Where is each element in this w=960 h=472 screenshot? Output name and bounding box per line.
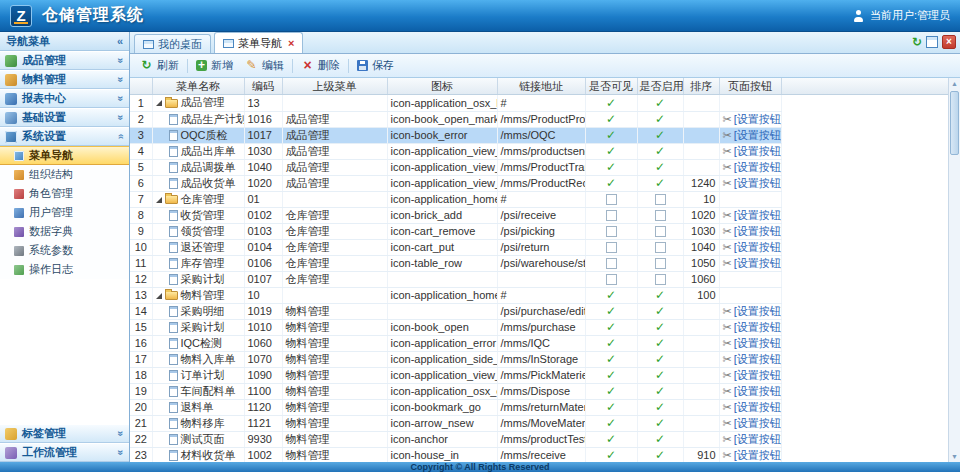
- visible-checked-icon[interactable]: [606, 288, 616, 302]
- table-row[interactable]: 18订单计划1090物料管理icon-application_view_deta…: [130, 367, 781, 383]
- enabled-checkbox[interactable]: [655, 242, 666, 253]
- enabled-checkbox[interactable]: [655, 210, 666, 221]
- set-buttons-link[interactable]: [设置按钮]: [734, 241, 781, 253]
- visible-checked-icon[interactable]: [606, 448, 616, 462]
- sidebar-section[interactable]: 成品管理: [0, 51, 129, 70]
- set-buttons-link[interactable]: [设置按钮]: [734, 161, 781, 173]
- set-buttons-link[interactable]: [设置按钮]: [734, 385, 781, 397]
- set-buttons-link[interactable]: [设置按钮]: [734, 209, 781, 221]
- table-row[interactable]: 22测试页面9930物料管理icon-anchor/mms/productTes…: [130, 431, 781, 447]
- set-buttons-link[interactable]: [设置按钮]: [734, 449, 781, 461]
- enabled-checked-icon[interactable]: [655, 96, 665, 110]
- refresh-icon[interactable]: [912, 36, 922, 49]
- set-buttons-link[interactable]: [设置按钮]: [734, 433, 781, 445]
- visible-checked-icon[interactable]: [606, 112, 616, 126]
- sidebar-section[interactable]: 基础设置: [0, 108, 129, 127]
- set-buttons-link[interactable]: [设置按钮]: [734, 305, 781, 317]
- visible-checkbox[interactable]: [606, 242, 617, 253]
- enabled-checkbox[interactable]: [655, 258, 666, 269]
- enabled-checked-icon[interactable]: [655, 448, 665, 462]
- enabled-checkbox[interactable]: [655, 226, 666, 237]
- column-header[interactable]: 上级菜单: [282, 78, 387, 94]
- visible-checked-icon[interactable]: [606, 336, 616, 350]
- sidebar-item[interactable]: 系统参数: [0, 241, 129, 260]
- sidebar-item[interactable]: 组织结构: [0, 165, 129, 184]
- table-row[interactable]: 13物料管理10icon-application_home#100: [130, 287, 781, 303]
- table-row[interactable]: 14采购明细1019物料管理/psi/purchase/edit[设置按钮]: [130, 303, 781, 319]
- enabled-checked-icon[interactable]: [655, 320, 665, 334]
- table-row[interactable]: 20退料单1120物料管理icon-bookmark_go/mms/return…: [130, 399, 781, 415]
- sidebar-item[interactable]: 数据字典: [0, 222, 129, 241]
- visible-checked-icon[interactable]: [606, 304, 616, 318]
- set-buttons-link[interactable]: [设置按钮]: [734, 129, 781, 141]
- column-header[interactable]: 是否可见: [585, 78, 637, 94]
- table-row[interactable]: 16IQC检测1060物料管理icon-application_error/mm…: [130, 335, 781, 351]
- enabled-checked-icon[interactable]: [655, 352, 665, 366]
- column-header[interactable]: 页面按钮: [719, 78, 781, 94]
- visible-checked-icon[interactable]: [606, 416, 616, 430]
- enabled-checked-icon[interactable]: [655, 336, 665, 350]
- table-row[interactable]: 1成品管理13icon-application_osx_home#: [130, 95, 781, 111]
- sidebar-section[interactable]: 标签管理: [0, 424, 129, 443]
- visible-checkbox[interactable]: [606, 194, 617, 205]
- visible-checked-icon[interactable]: [606, 96, 616, 110]
- tab-close-icon[interactable]: [288, 37, 294, 49]
- column-header[interactable]: 菜单名称: [152, 78, 244, 94]
- visible-checkbox[interactable]: [606, 274, 617, 285]
- cascade-icon[interactable]: [926, 36, 938, 48]
- table-row[interactable]: 11库存管理0106仓库管理icon-table_row/psi/warehou…: [130, 255, 781, 271]
- set-buttons-link[interactable]: [设置按钮]: [734, 113, 781, 125]
- sidebar-item[interactable]: 用户管理: [0, 203, 129, 222]
- enabled-checked-icon[interactable]: [655, 112, 665, 126]
- enabled-checkbox[interactable]: [655, 194, 666, 205]
- table-row[interactable]: 19车间配料单1100物料管理icon-application_osx_casc…: [130, 383, 781, 399]
- enabled-checked-icon[interactable]: [655, 128, 665, 142]
- table-row[interactable]: 6成品收货单1020成品管理icon-application_view_list…: [130, 175, 781, 191]
- table-row[interactable]: 21物料移库1121物料管理icon-arrow_nsew/mms/MoveMa…: [130, 415, 781, 431]
- table-row[interactable]: 8收货管理0102仓库管理icon-brick_add/psi/receive1…: [130, 207, 781, 223]
- set-buttons-link[interactable]: [设置按钮]: [734, 417, 781, 429]
- column-header[interactable]: 链接地址: [497, 78, 585, 94]
- tab-inactive[interactable]: 我的桌面: [134, 34, 211, 53]
- visible-checked-icon[interactable]: [606, 160, 616, 174]
- set-buttons-link[interactable]: [设置按钮]: [734, 177, 781, 189]
- table-row[interactable]: 7仓库管理01icon-application_home#10: [130, 191, 781, 207]
- visible-checked-icon[interactable]: [606, 400, 616, 414]
- set-buttons-link[interactable]: [设置按钮]: [734, 321, 781, 333]
- visible-checkbox[interactable]: [606, 210, 617, 221]
- table-row[interactable]: 23材料收货单1002物料管理icon-house_in/mms/receive…: [130, 447, 781, 462]
- column-header[interactable]: 是否启用: [637, 78, 683, 94]
- sidebar-section[interactable]: 系统设置: [0, 127, 129, 146]
- set-buttons-link[interactable]: [设置按钮]: [734, 401, 781, 413]
- set-buttons-link[interactable]: [设置按钮]: [734, 225, 781, 237]
- tree-expander-icon[interactable]: [156, 197, 162, 203]
- scroll-up-arrow-icon[interactable]: [949, 80, 960, 87]
- close-icon[interactable]: [942, 35, 956, 49]
- visible-checked-icon[interactable]: [606, 144, 616, 158]
- tree-expander-icon[interactable]: [156, 100, 162, 106]
- enabled-checked-icon[interactable]: [655, 176, 665, 190]
- visible-checkbox[interactable]: [606, 258, 617, 269]
- visible-checked-icon[interactable]: [606, 432, 616, 446]
- visible-checked-icon[interactable]: [606, 176, 616, 190]
- enabled-checked-icon[interactable]: [655, 432, 665, 446]
- enabled-checked-icon[interactable]: [655, 368, 665, 382]
- add-button[interactable]: 新增: [190, 56, 239, 75]
- visible-checked-icon[interactable]: [606, 320, 616, 334]
- enabled-checked-icon[interactable]: [655, 384, 665, 398]
- visible-checked-icon[interactable]: [606, 384, 616, 398]
- sidebar-section[interactable]: 报表中心: [0, 89, 129, 108]
- save-button[interactable]: 保存: [351, 56, 400, 75]
- sidebar-section[interactable]: 物料管理: [0, 70, 129, 89]
- enabled-checkbox[interactable]: [655, 274, 666, 285]
- table-row[interactable]: 10退还管理0104仓库管理icon-cart_put/psi/return10…: [130, 239, 781, 255]
- enabled-checked-icon[interactable]: [655, 144, 665, 158]
- tab-active[interactable]: 菜单导航: [214, 32, 303, 53]
- enabled-checked-icon[interactable]: [655, 160, 665, 174]
- column-header[interactable]: 编码: [244, 78, 282, 94]
- scroll-thumb[interactable]: [950, 91, 959, 155]
- enabled-checked-icon[interactable]: [655, 304, 665, 318]
- visible-checked-icon[interactable]: [606, 368, 616, 382]
- table-row[interactable]: 15采购计划1010物料管理icon-book_open/mms/purchas…: [130, 319, 781, 335]
- sidebar-section[interactable]: 工作流管理: [0, 443, 129, 462]
